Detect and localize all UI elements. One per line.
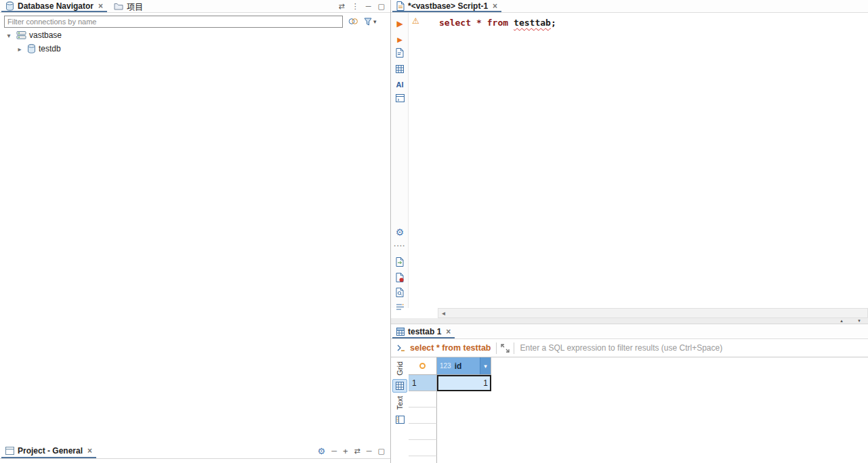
tab-label: Database Navigator — [18, 1, 94, 11]
grid-view-icon[interactable] — [392, 379, 407, 393]
project-view-tabbar: Project - General × ⚙ ─ + ⇄ ─ ▢ — [0, 443, 390, 459]
database-navigator-panel: Database Navigator × 项目 ⇄ ⋮ ─ ▢ ▾ ▾ — [0, 0, 391, 463]
tab-sql-script[interactable]: *<vastbase> Script-1 × — [391, 0, 503, 12]
tree-item-testdb[interactable]: ▸ testdb — [0, 42, 390, 56]
find-in-script-icon[interactable] — [391, 286, 409, 299]
results-filter-input[interactable] — [520, 343, 868, 353]
collapse-icon[interactable]: ─ — [331, 447, 337, 455]
tree-item-label: testdb — [39, 44, 61, 53]
overflow-dots-icon[interactable]: ···· — [391, 240, 409, 252]
tab-results-testtab[interactable]: testtab 1 × — [391, 324, 456, 338]
expand-icon[interactable]: + — [343, 446, 348, 456]
tab-label: testtab 1 — [408, 327, 441, 336]
close-icon[interactable]: × — [87, 446, 92, 456]
tab-projects[interactable]: 项目 — [108, 0, 148, 12]
tab-label: Project - General — [18, 446, 83, 456]
tab-project-general[interactable]: Project - General × — [0, 443, 98, 458]
empty-row[interactable] — [409, 391, 437, 407]
empty-row[interactable] — [409, 440, 437, 456]
data-cell-selected[interactable]: 1 — [437, 375, 491, 391]
scroll-left-icon[interactable]: ◂ — [438, 309, 449, 317]
project-view-controls: ⚙ ─ + ⇄ ─ ▢ — [318, 443, 390, 458]
empty-row[interactable] — [409, 424, 437, 440]
view-menu-icon[interactable]: ⋮ — [352, 2, 359, 11]
tab-text-view-label[interactable]: Text — [396, 396, 404, 410]
results-query-text: select * from testtab — [410, 343, 491, 353]
ai-assistant-icon[interactable]: AI — [391, 79, 409, 91]
chevron-right-icon[interactable]: ▸ — [15, 45, 24, 53]
results-tabbar: testtab 1 × — [391, 324, 868, 339]
sql-keyword: from — [487, 18, 508, 28]
grid-icon — [396, 328, 405, 336]
editor-tabbar: *<vastbase> Script-1 × — [391, 0, 868, 13]
maximize-icon[interactable]: ▢ — [378, 447, 385, 456]
results-grid: 123 id ▾ 1 1 — [409, 357, 868, 463]
connection-types-icon[interactable] — [348, 17, 358, 26]
tab-label: 项目 — [127, 1, 143, 12]
divider — [514, 343, 514, 354]
settings-gear-icon[interactable]: ⚙ — [391, 226, 409, 238]
chevron-down-icon[interactable]: ▾ — [4, 32, 14, 39]
editor-results-sash[interactable]: ▴ ▾ — [391, 318, 868, 324]
close-icon[interactable]: × — [98, 1, 103, 11]
chevron-down-icon: ▾ — [373, 18, 377, 25]
editor-horizontal-scrollbar[interactable]: ◂ — [438, 308, 868, 318]
database-icon — [27, 44, 36, 53]
results-view-sidebar: Grid Text — [391, 357, 409, 463]
results-filter-bar: select * from testtab — [391, 339, 868, 357]
sql-editor-toolbar: ▶ ▶ AI ⚙ ···· — [391, 13, 409, 308]
column-dropdown-icon[interactable]: ▾ — [480, 357, 491, 374]
column-header-id[interactable]: 123 id ▾ — [437, 357, 491, 375]
sql-table-name: testtab — [514, 18, 551, 28]
execute-script-button[interactable]: ▶ — [391, 33, 409, 45]
settings-gear-icon[interactable]: ⚙ — [318, 446, 326, 456]
sql-file-icon — [396, 1, 405, 11]
sql-semicolon: ; — [551, 18, 556, 28]
connection-filter-row: ▾ — [4, 15, 388, 28]
left-panel-controls: ⇄ ⋮ ─ ▢ — [339, 0, 390, 12]
server-icon — [16, 30, 26, 40]
filter-connections-input[interactable] — [4, 16, 343, 28]
empty-row[interactable] — [409, 456, 437, 463]
tree-item-label: vastbase — [29, 30, 62, 40]
execute-statement-button[interactable]: ▶ — [391, 18, 409, 30]
empty-row[interactable] — [409, 407, 437, 424]
left-tabbar: Database Navigator × 项目 ⇄ ⋮ ─ ▢ — [0, 0, 390, 13]
sql-query-icon — [396, 344, 406, 353]
export-results-icon[interactable] — [391, 256, 409, 268]
folder-icon — [114, 2, 123, 10]
tab-database-navigator[interactable]: Database Navigator × — [0, 0, 108, 12]
filter-funnel-icon[interactable]: ▾ — [364, 18, 377, 26]
tab-grid-view-label[interactable]: Grid — [396, 361, 404, 376]
maximize-panel-icon[interactable]: ▴ — [833, 318, 850, 324]
close-icon[interactable]: × — [493, 1, 497, 11]
value-panel-icon[interactable] — [392, 413, 407, 426]
column-name: id — [455, 361, 462, 371]
tab-label: *<vastbase> Script-1 — [408, 1, 488, 11]
row-number-cell[interactable]: 1 — [409, 375, 437, 391]
tree-item-vastbase[interactable]: ▾ vastbase — [0, 28, 390, 42]
sql-table-group: testtab; — [514, 18, 556, 28]
minimize-icon[interactable]: ─ — [367, 447, 372, 455]
maximize-icon[interactable]: ▢ — [378, 2, 385, 11]
no-key-indicator-icon — [419, 363, 426, 369]
close-icon[interactable]: × — [446, 327, 451, 336]
sql-editor-area[interactable]: ⚠ select * from testtab; — [409, 13, 868, 308]
window-icon — [5, 447, 14, 455]
column-type-badge: 123 — [440, 362, 451, 370]
sql-star: * — [476, 18, 482, 28]
sql-code-line: select * from testtab; — [439, 18, 556, 28]
explain-plan-icon[interactable] — [391, 47, 409, 59]
warning-icon: ⚠ — [412, 16, 419, 26]
layout-toggle-icon[interactable] — [391, 301, 409, 313]
statistics-grid-icon[interactable] — [391, 63, 409, 75]
grid-corner-cell[interactable] — [409, 357, 437, 375]
output-panel-icon[interactable] — [391, 92, 409, 104]
expand-filter-icon[interactable] — [497, 344, 514, 353]
restore-panel-icon[interactable]: ▾ — [850, 318, 868, 324]
minimize-icon[interactable]: ─ — [366, 2, 371, 10]
error-log-icon[interactable] — [391, 271, 409, 284]
sql-keyword: select — [439, 18, 471, 28]
link-editor-icon[interactable]: ⇄ — [339, 2, 345, 11]
link-editor-icon[interactable]: ⇄ — [354, 447, 360, 456]
